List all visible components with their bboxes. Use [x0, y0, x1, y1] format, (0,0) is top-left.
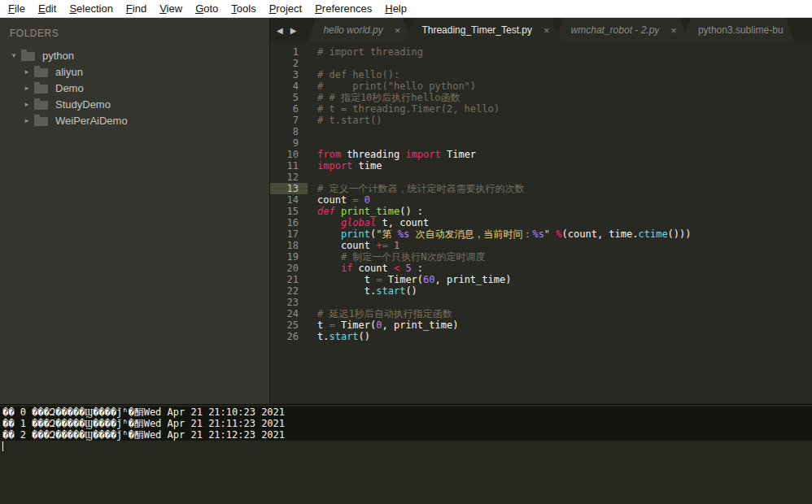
code-line[interactable]: 20 if count < 5 :: [270, 263, 812, 274]
tab-hello-world-py[interactable]: hello world.py×: [307, 18, 412, 42]
folder-label: Demo: [55, 82, 84, 94]
line-number: 11: [270, 160, 308, 172]
tree-item-studydemo[interactable]: ▸StudyDemo: [0, 96, 269, 112]
code-line[interactable]: 3# def hello():: [270, 69, 812, 80]
code-line[interactable]: 5# # 指定10秒后执行hello函数: [270, 92, 812, 103]
tree-item-weiperaidemo[interactable]: ▸WeiPerAiDemo: [0, 112, 269, 128]
folder-icon: [34, 117, 48, 126]
chevron-right-icon[interactable]: ▸: [21, 100, 33, 108]
close-icon[interactable]: ×: [544, 25, 550, 36]
line-number: 8: [270, 126, 308, 137]
code-line[interactable]: 26t.start(): [270, 331, 812, 342]
editor-column: ◀ ▶ hello world.py×Threading_Timer_Test.…: [269, 18, 812, 404]
code-line[interactable]: 4# print("hello python"): [270, 80, 812, 92]
code-text: [308, 172, 317, 183]
tree-item-aliyun[interactable]: ▸aliyun: [0, 63, 269, 80]
tab-scroll-arrows: ◀ ▶: [270, 18, 307, 42]
tab-python3-sublime-bu[interactable]: python3.sublime-bu: [682, 18, 795, 42]
folder-label: WeiPerAiDemo: [55, 115, 128, 127]
console-panel[interactable]: �� 0 ���Զ�����Ϣ����ǰʱ�䣺Wed Apr 21 21:10:…: [0, 404, 812, 504]
tree-item-python[interactable]: ▾python: [0, 47, 269, 63]
folder-label: StudyDemo: [55, 98, 111, 111]
line-number: 13: [270, 183, 308, 194]
folder-icon: [34, 85, 48, 93]
code-text: [308, 58, 317, 69]
code-line[interactable]: 2: [270, 58, 812, 69]
code-text: from threading import Timer: [308, 149, 476, 160]
line-number: 14: [270, 194, 308, 206]
code-line[interactable]: 21 t = Timer(60, print_time): [270, 274, 812, 285]
main-area: FOLDERS ▾python▸aliyun▸Demo▸StudyDemo▸We…: [0, 18, 812, 404]
code-line[interactable]: 8: [270, 126, 812, 137]
code-line[interactable]: 16 global t, count: [270, 217, 812, 228]
line-number: 21: [270, 274, 308, 285]
tree-item-demo[interactable]: ▸Demo: [0, 80, 269, 96]
menu-item-find[interactable]: Find: [120, 1, 153, 16]
code-editor[interactable]: 1# import threading23# def hello():4# pr…: [270, 42, 812, 404]
code-text: def print_time() :: [308, 206, 423, 217]
code-text: t.start(): [308, 285, 417, 297]
menu-item-edit[interactable]: Edit: [32, 1, 63, 16]
folder-icon: [34, 68, 48, 77]
close-icon[interactable]: ×: [395, 25, 401, 36]
code-text: [308, 126, 317, 137]
console-input-line[interactable]: [0, 441, 812, 452]
folder-label: aliyun: [55, 66, 83, 78]
code-line[interactable]: 17 print("第 %s 次自动发消息，当前时间：%s" %(count, …: [270, 228, 812, 240]
code-line[interactable]: 15def print_time() :: [270, 206, 812, 217]
tab-scroll-left-icon[interactable]: ◀: [277, 26, 283, 35]
code-text: # 延迟1秒后自动执行指定函数: [308, 308, 452, 319]
line-number: 18: [270, 240, 308, 251]
menu-bar: FileEditSelectionFindViewGotoToolsProjec…: [0, 0, 812, 18]
menu-item-tools[interactable]: Tools: [225, 1, 262, 16]
code-line[interactable]: 14count = 0: [270, 194, 812, 206]
close-icon[interactable]: ×: [670, 25, 677, 36]
code-line[interactable]: 6# t = threading.Timer(2, hello): [270, 103, 812, 115]
menu-item-selection[interactable]: Selection: [63, 1, 119, 16]
chevron-right-icon[interactable]: ▸: [21, 116, 33, 124]
code-line[interactable]: 18 count += 1: [270, 240, 812, 251]
code-line[interactable]: 23: [270, 297, 812, 308]
line-number: 20: [270, 263, 308, 274]
code-line[interactable]: 7# t.start(): [270, 115, 812, 126]
tab-scroll-right-icon[interactable]: ▶: [290, 26, 297, 35]
chevron-right-icon[interactable]: ▸: [21, 84, 33, 92]
menu-item-file[interactable]: File: [2, 1, 32, 16]
code-text: # import threading: [308, 46, 423, 58]
code-line[interactable]: 25t = Timer(0, print_time): [270, 319, 812, 331]
tab-bar: ◀ ▶ hello world.py×Threading_Timer_Test.…: [270, 18, 812, 42]
menu-item-help[interactable]: Help: [378, 1, 413, 16]
line-number: 15: [270, 206, 308, 217]
code-line[interactable]: 24# 延迟1秒后自动执行指定函数: [270, 308, 812, 319]
line-number: 17: [270, 228, 308, 240]
menu-item-view[interactable]: View: [153, 1, 189, 16]
code-text: [308, 137, 317, 149]
menu-item-preferences[interactable]: Preferences: [308, 1, 378, 16]
line-number: 4: [270, 80, 308, 92]
tab-wmchat-robot-2-py[interactable]: wmchat_robot - 2.py×: [555, 18, 688, 42]
tab-threading-timer-test-py[interactable]: Threading_Timer_Test.py×: [405, 18, 561, 42]
code-line[interactable]: 19 # 制定一个只执行N次的定时调度: [270, 251, 812, 263]
menu-item-goto[interactable]: Goto: [189, 1, 225, 16]
code-text: global t, count: [308, 217, 429, 228]
code-line[interactable]: 10from threading import Timer: [270, 149, 812, 160]
code-text: t = Timer(0, print_time): [308, 319, 458, 331]
code-line[interactable]: 1# import threading: [270, 46, 812, 58]
folder-label: python: [42, 50, 74, 62]
menu-item-project[interactable]: Project: [263, 1, 308, 16]
line-number: 10: [270, 149, 308, 160]
line-number: 1: [270, 46, 308, 58]
code-line[interactable]: 11import time: [270, 160, 812, 172]
code-line[interactable]: 22 t.start(): [270, 285, 812, 297]
chevron-right-icon[interactable]: ▸: [21, 67, 33, 76]
code-line[interactable]: 9: [270, 137, 812, 149]
code-text: # print("hello python"): [308, 80, 476, 92]
code-text: count += 1: [308, 240, 399, 251]
code-line[interactable]: 12: [270, 172, 812, 183]
line-number: 25: [270, 319, 308, 331]
text-cursor: [2, 441, 3, 451]
chevron-down-icon[interactable]: ▾: [8, 51, 20, 59]
code-line[interactable]: 13# 定义一个计数器，统计定时器需要执行的次数: [270, 183, 812, 194]
line-number: 2: [270, 58, 308, 69]
line-number: 24: [270, 308, 308, 319]
